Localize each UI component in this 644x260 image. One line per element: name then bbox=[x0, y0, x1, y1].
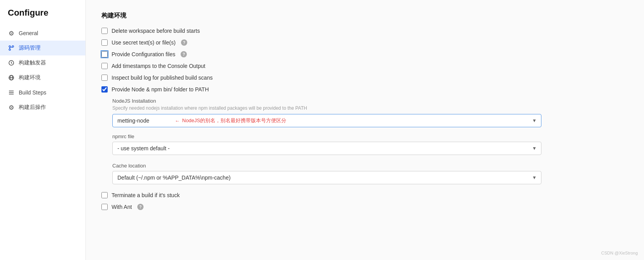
sidebar-label-general: General bbox=[19, 30, 38, 36]
checkbox-with-ant-label[interactable]: With Ant bbox=[112, 204, 132, 210]
help-icon-with-ant[interactable]: ? bbox=[137, 204, 144, 210]
sidebar-item-build-trigger[interactable]: 构建触发器 bbox=[0, 55, 85, 70]
checkbox-inspect-build-input[interactable] bbox=[101, 75, 108, 81]
checkbox-terminate-input[interactable] bbox=[101, 192, 108, 198]
checkbox-add-timestamps-label[interactable]: Add timestamps to the Console Output bbox=[112, 63, 205, 69]
checkbox-provide-config-input[interactable] bbox=[101, 51, 108, 57]
sidebar-item-post-build[interactable]: ⚙ 构建后操作 bbox=[0, 100, 85, 115]
sidebar-label-steps: Build Steps bbox=[19, 89, 46, 96]
svg-point-1 bbox=[9, 49, 11, 50]
gear-icon: ⚙ bbox=[8, 30, 15, 37]
cache-label: Cache location bbox=[112, 163, 628, 169]
checkbox-use-secret-input[interactable] bbox=[101, 39, 108, 46]
checkbox-provide-config: Provide Configuration files ? bbox=[101, 51, 628, 57]
checkbox-use-secret: Use secret text(s) or file(s) ? bbox=[101, 39, 628, 46]
main-content: 构建环境 Delete workspace before build start… bbox=[86, 0, 644, 260]
checkbox-use-secret-label[interactable]: Use secret text(s) or file(s) bbox=[112, 39, 176, 46]
npmrc-label: npmrc file bbox=[112, 134, 628, 139]
sidebar-label-trigger: 构建触发器 bbox=[19, 59, 46, 66]
sidebar-item-build-steps[interactable]: Build Steps bbox=[0, 85, 85, 100]
branch-icon bbox=[8, 45, 15, 52]
sidebar-item-general[interactable]: ⚙ General bbox=[0, 26, 85, 41]
cache-section: Cache location Default (~/.npm or %APP_D… bbox=[112, 163, 628, 184]
nodejs-section: NodeJS Installation Specify needed nodej… bbox=[112, 98, 628, 127]
checkbox-delete-workspace-label[interactable]: Delete workspace before build starts bbox=[112, 28, 200, 34]
nodejs-select-wrapper: metting-node ▼ ← NodeJS的别名，别名最好携带版本号方便区分 bbox=[112, 114, 541, 127]
npmrc-section: npmrc file - use system default - ▼ bbox=[112, 134, 628, 155]
watermark: CSDN @XieStrong bbox=[601, 251, 638, 255]
checkbox-with-ant-input[interactable] bbox=[101, 204, 108, 210]
checkbox-provide-config-label[interactable]: Provide Configuration files bbox=[112, 51, 175, 57]
post-build-icon: ⚙ bbox=[8, 104, 15, 111]
globe-icon bbox=[8, 74, 15, 81]
nodejs-label: NodeJS Installation bbox=[112, 98, 628, 104]
checkbox-inspect-build-label[interactable]: Inspect build log for published build sc… bbox=[112, 75, 213, 81]
nodejs-select[interactable]: metting-node bbox=[112, 114, 541, 127]
checkbox-with-ant: With Ant ? bbox=[101, 204, 628, 210]
sidebar-title: Configure bbox=[0, 8, 85, 26]
checkbox-provide-node-label[interactable]: Provide Node & npm bin/ folder to PATH bbox=[112, 86, 209, 93]
sidebar-item-source-mgmt[interactable]: 源码管理 bbox=[0, 41, 85, 55]
checkbox-provide-node: Provide Node & npm bin/ folder to PATH bbox=[101, 86, 628, 93]
clock-icon bbox=[8, 59, 15, 66]
checkbox-provide-node-input[interactable] bbox=[101, 86, 108, 93]
help-icon-use-secret[interactable]: ? bbox=[181, 39, 187, 46]
sidebar-label-post: 构建后操作 bbox=[19, 104, 46, 111]
checkbox-delete-workspace-input[interactable] bbox=[101, 28, 108, 34]
help-icon-provide-config[interactable]: ? bbox=[181, 51, 187, 57]
cache-select[interactable]: Default (~/.npm or %APP_DATA%\npm-cache) bbox=[112, 171, 541, 184]
cache-select-wrapper: Default (~/.npm or %APP_DATA%\npm-cache)… bbox=[112, 171, 541, 184]
checkbox-add-timestamps-input[interactable] bbox=[101, 63, 108, 69]
checkbox-add-timestamps: Add timestamps to the Console Output bbox=[101, 63, 628, 69]
sidebar: Configure ⚙ General 源码管理 构建触发器 bbox=[0, 0, 86, 260]
checkbox-terminate-label[interactable]: Terminate a build if it's stuck bbox=[112, 192, 180, 198]
checkbox-terminate-stuck: Terminate a build if it's stuck bbox=[101, 192, 628, 198]
checkbox-inspect-build: Inspect build log for published build sc… bbox=[101, 75, 628, 81]
sidebar-item-build-env[interactable]: 构建环境 bbox=[0, 70, 85, 85]
npmrc-select[interactable]: - use system default - bbox=[112, 142, 541, 155]
list-icon bbox=[8, 89, 15, 96]
section-title: 构建环境 bbox=[101, 12, 628, 20]
sidebar-label-env: 构建环境 bbox=[19, 74, 41, 81]
npmrc-select-wrapper: - use system default - ▼ bbox=[112, 142, 541, 155]
sidebar-label-source: 源码管理 bbox=[19, 45, 41, 52]
nodejs-hint: Specify needed nodejs installation where… bbox=[112, 105, 628, 111]
checkbox-delete-workspace: Delete workspace before build starts bbox=[101, 28, 628, 34]
